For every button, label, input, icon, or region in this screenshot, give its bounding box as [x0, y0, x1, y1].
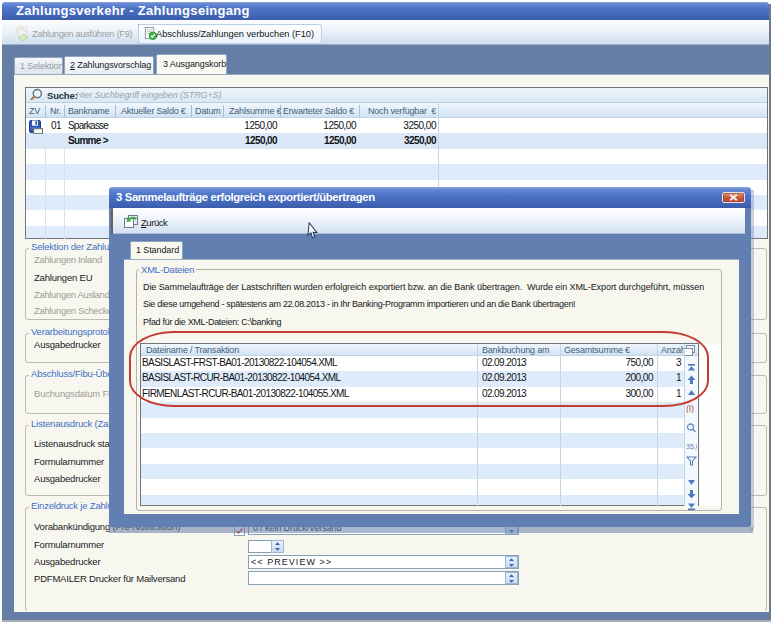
- svg-text:35,6: 35,6: [686, 443, 697, 450]
- svg-text:(l): (l): [686, 404, 694, 414]
